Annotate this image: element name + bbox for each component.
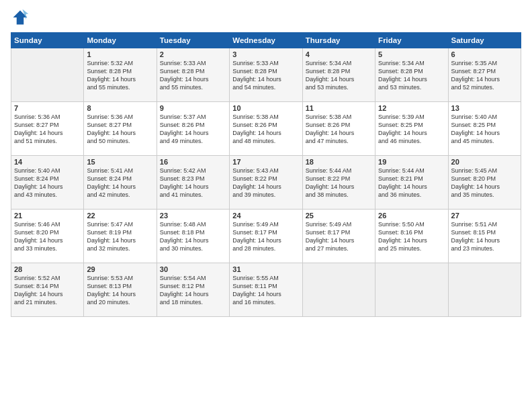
day-number: 18 — [306, 158, 372, 166]
calendar-cell: 29Sunrise: 5:53 AM Sunset: 8:13 PM Dayli… — [84, 263, 157, 317]
day-number: 21 — [14, 212, 81, 220]
calendar-cell: 28Sunrise: 5:52 AM Sunset: 8:14 PM Dayli… — [11, 263, 84, 317]
cell-info: Sunrise: 5:44 AM Sunset: 8:21 PM Dayligh… — [378, 167, 445, 199]
day-number: 27 — [451, 212, 518, 220]
calendar-row-1: 7Sunrise: 5:36 AM Sunset: 8:27 PM Daylig… — [11, 102, 521, 156]
calendar-cell: 12Sunrise: 5:39 AM Sunset: 8:25 PM Dayli… — [375, 102, 448, 156]
calendar-row-4: 28Sunrise: 5:52 AM Sunset: 8:14 PM Dayli… — [11, 263, 521, 317]
calendar-row-3: 21Sunrise: 5:46 AM Sunset: 8:20 PM Dayli… — [11, 210, 521, 263]
calendar-cell: 1Sunrise: 5:32 AM Sunset: 8:28 PM Daylig… — [84, 48, 157, 102]
col-header-wednesday: Wednesday — [230, 33, 302, 48]
calendar-row-2: 14Sunrise: 5:40 AM Sunset: 8:24 PM Dayli… — [11, 156, 521, 210]
cell-info: Sunrise: 5:34 AM Sunset: 8:28 PM Dayligh… — [306, 59, 372, 92]
cell-info: Sunrise: 5:36 AM Sunset: 8:27 PM Dayligh… — [14, 113, 81, 146]
day-number: 30 — [160, 265, 226, 273]
calendar-cell: 18Sunrise: 5:44 AM Sunset: 8:22 PM Dayli… — [302, 156, 375, 210]
logo-icon — [11, 8, 30, 27]
calendar-cell: 15Sunrise: 5:41 AM Sunset: 8:24 PM Dayli… — [84, 156, 157, 210]
day-number: 12 — [378, 104, 445, 112]
cell-info: Sunrise: 5:55 AM Sunset: 8:11 PM Dayligh… — [232, 274, 299, 307]
calendar-cell: 23Sunrise: 5:48 AM Sunset: 8:18 PM Dayli… — [157, 210, 229, 263]
cell-info: Sunrise: 5:49 AM Sunset: 8:17 PM Dayligh… — [232, 220, 299, 253]
cell-info: Sunrise: 5:40 AM Sunset: 8:25 PM Dayligh… — [451, 113, 518, 146]
calendar-cell: 24Sunrise: 5:49 AM Sunset: 8:17 PM Dayli… — [230, 210, 302, 263]
day-number: 29 — [87, 265, 153, 273]
cell-info: Sunrise: 5:47 AM Sunset: 8:19 PM Dayligh… — [87, 220, 153, 253]
day-number: 2 — [160, 50, 226, 58]
cell-info: Sunrise: 5:41 AM Sunset: 8:24 PM Dayligh… — [87, 167, 153, 199]
day-number: 17 — [232, 158, 299, 166]
calendar-cell: 25Sunrise: 5:49 AM Sunset: 8:17 PM Dayli… — [302, 210, 375, 263]
calendar-header — [11, 8, 521, 27]
day-number: 9 — [160, 104, 226, 112]
cell-info: Sunrise: 5:51 AM Sunset: 8:15 PM Dayligh… — [451, 220, 518, 253]
day-number: 24 — [232, 212, 299, 220]
cell-info: Sunrise: 5:42 AM Sunset: 8:23 PM Dayligh… — [160, 167, 226, 199]
calendar-cell: 6Sunrise: 5:35 AM Sunset: 8:27 PM Daylig… — [448, 48, 521, 102]
day-number: 6 — [451, 50, 518, 58]
col-header-monday: Monday — [84, 33, 157, 48]
cell-info: Sunrise: 5:50 AM Sunset: 8:16 PM Dayligh… — [378, 220, 445, 253]
cell-info: Sunrise: 5:33 AM Sunset: 8:28 PM Dayligh… — [232, 59, 299, 92]
calendar-cell: 22Sunrise: 5:47 AM Sunset: 8:19 PM Dayli… — [84, 210, 157, 263]
day-number: 19 — [378, 158, 445, 166]
day-number: 14 — [14, 158, 81, 166]
cell-info: Sunrise: 5:35 AM Sunset: 8:27 PM Dayligh… — [451, 59, 518, 92]
cell-info: Sunrise: 5:38 AM Sunset: 8:26 PM Dayligh… — [306, 113, 372, 146]
col-header-friday: Friday — [375, 33, 448, 48]
calendar-cell — [302, 263, 375, 317]
calendar-cell: 27Sunrise: 5:51 AM Sunset: 8:15 PM Dayli… — [448, 210, 521, 263]
calendar-cell: 4Sunrise: 5:34 AM Sunset: 8:28 PM Daylig… — [302, 48, 375, 102]
calendar-cell: 16Sunrise: 5:42 AM Sunset: 8:23 PM Dayli… — [157, 156, 229, 210]
day-number: 13 — [451, 104, 518, 112]
calendar-cell: 13Sunrise: 5:40 AM Sunset: 8:25 PM Dayli… — [448, 102, 521, 156]
col-header-thursday: Thursday — [302, 33, 375, 48]
calendar-table: SundayMondayTuesdayWednesdayThursdayFrid… — [11, 32, 521, 317]
calendar-cell: 3Sunrise: 5:33 AM Sunset: 8:28 PM Daylig… — [230, 48, 302, 102]
cell-info: Sunrise: 5:52 AM Sunset: 8:14 PM Dayligh… — [14, 274, 81, 307]
logo — [11, 8, 32, 27]
day-number: 8 — [87, 104, 153, 112]
header-row: SundayMondayTuesdayWednesdayThursdayFrid… — [11, 33, 521, 48]
cell-info: Sunrise: 5:49 AM Sunset: 8:17 PM Dayligh… — [306, 220, 372, 253]
col-header-sunday: Sunday — [11, 33, 84, 48]
calendar-cell: 14Sunrise: 5:40 AM Sunset: 8:24 PM Dayli… — [11, 156, 84, 210]
cell-info: Sunrise: 5:40 AM Sunset: 8:24 PM Dayligh… — [14, 167, 81, 199]
calendar-cell — [11, 48, 84, 102]
day-number: 15 — [87, 158, 153, 166]
cell-info: Sunrise: 5:33 AM Sunset: 8:28 PM Dayligh… — [160, 59, 226, 92]
calendar-cell: 5Sunrise: 5:34 AM Sunset: 8:28 PM Daylig… — [375, 48, 448, 102]
day-number: 3 — [232, 50, 299, 58]
calendar-cell: 7Sunrise: 5:36 AM Sunset: 8:27 PM Daylig… — [11, 102, 84, 156]
calendar-cell: 10Sunrise: 5:38 AM Sunset: 8:26 PM Dayli… — [230, 102, 302, 156]
calendar-cell: 17Sunrise: 5:43 AM Sunset: 8:22 PM Dayli… — [230, 156, 302, 210]
calendar-cell: 21Sunrise: 5:46 AM Sunset: 8:20 PM Dayli… — [11, 210, 84, 263]
day-number: 5 — [378, 50, 445, 58]
cell-info: Sunrise: 5:53 AM Sunset: 8:13 PM Dayligh… — [87, 274, 153, 307]
day-number: 22 — [87, 212, 153, 220]
calendar-row-0: 1Sunrise: 5:32 AM Sunset: 8:28 PM Daylig… — [11, 48, 521, 102]
calendar-cell: 11Sunrise: 5:38 AM Sunset: 8:26 PM Dayli… — [302, 102, 375, 156]
cell-info: Sunrise: 5:39 AM Sunset: 8:25 PM Dayligh… — [378, 113, 445, 146]
calendar-cell: 30Sunrise: 5:54 AM Sunset: 8:12 PM Dayli… — [157, 263, 229, 317]
cell-info: Sunrise: 5:38 AM Sunset: 8:26 PM Dayligh… — [232, 113, 299, 146]
day-number: 25 — [306, 212, 372, 220]
calendar-cell: 9Sunrise: 5:37 AM Sunset: 8:26 PM Daylig… — [157, 102, 229, 156]
calendar-cell — [375, 263, 448, 317]
calendar-cell: 19Sunrise: 5:44 AM Sunset: 8:21 PM Dayli… — [375, 156, 448, 210]
day-number: 7 — [14, 104, 81, 112]
calendar-cell: 31Sunrise: 5:55 AM Sunset: 8:11 PM Dayli… — [230, 263, 302, 317]
day-number: 1 — [87, 50, 153, 58]
col-header-tuesday: Tuesday — [157, 33, 229, 48]
day-number: 31 — [232, 265, 299, 273]
cell-info: Sunrise: 5:43 AM Sunset: 8:22 PM Dayligh… — [232, 167, 299, 199]
calendar-cell: 2Sunrise: 5:33 AM Sunset: 8:28 PM Daylig… — [157, 48, 229, 102]
day-number: 4 — [306, 50, 372, 58]
col-header-saturday: Saturday — [448, 33, 521, 48]
cell-info: Sunrise: 5:37 AM Sunset: 8:26 PM Dayligh… — [160, 113, 226, 146]
day-number: 26 — [378, 212, 445, 220]
cell-info: Sunrise: 5:48 AM Sunset: 8:18 PM Dayligh… — [160, 220, 226, 253]
cell-info: Sunrise: 5:44 AM Sunset: 8:22 PM Dayligh… — [306, 167, 372, 199]
cell-info: Sunrise: 5:45 AM Sunset: 8:20 PM Dayligh… — [451, 167, 518, 199]
cell-info: Sunrise: 5:54 AM Sunset: 8:12 PM Dayligh… — [160, 274, 226, 307]
